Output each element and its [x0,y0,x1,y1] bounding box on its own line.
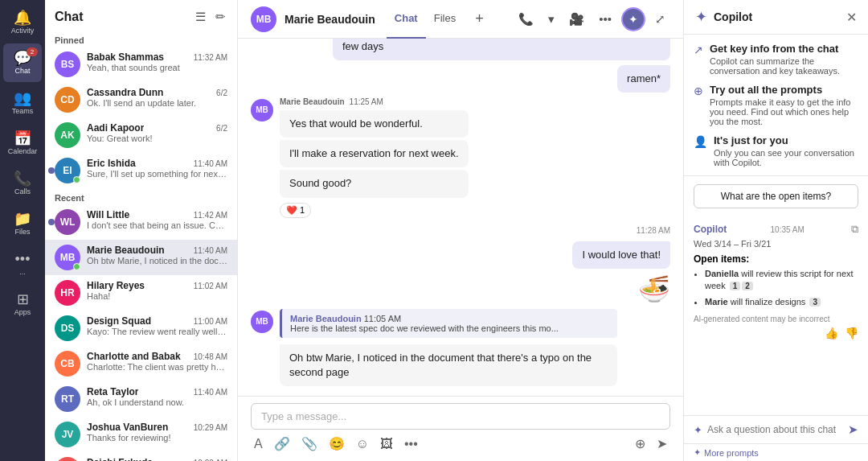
avatar: EI [55,158,80,183]
sticker-button[interactable]: 🖼 [377,435,396,453]
paperclip-button[interactable]: 📎 [298,434,321,453]
copilot-close-button[interactable]: ✕ [846,10,857,25]
copilot-ask-input[interactable] [707,424,843,435]
chat-list-title: Chat [55,10,84,24]
chat-item-name: Marie Beaudouin [87,245,165,256]
chat-list-item[interactable]: DSDesign Squad11:00 AMKayo: The review w… [45,311,237,346]
chat-list-item[interactable]: JVJoshua VanBuren10:29 AMThanks for revi… [45,417,237,452]
activity-label: Activity [11,27,35,35]
thumbs-up-button[interactable]: 👍 [825,327,838,340]
suggestion-text: Get key info from the chat Copilot can s… [710,43,858,76]
more-options-button[interactable]: ••• [594,9,616,29]
message-row: We should go back to that ramne place. I… [251,39,670,60]
chat-item-preview: I don't see that being an issue. Can you… [87,220,227,230]
nav-item-more[interactable]: •••... [3,245,42,283]
chat-list-item[interactable]: CBCharlotte and Babak10:48 AMCharlotte: … [45,346,237,381]
copilot-more-prompts[interactable]: ✦ More prompts [684,443,868,461]
chat-item-preview: Kayo: The review went really well! Can't… [87,327,227,336]
chat-item-time: 6/2 [216,124,227,133]
chat-item-content: Charlotte and Babak10:48 AMCharlotte: Th… [87,351,227,372]
message-row: ramen* [251,65,670,93]
copilot-response: Copilot 10:35 AM ⧉ Wed 3/14 – Fri 3/21 O… [684,216,868,415]
contact-name: Marie Beaudouin [285,13,375,26]
message-avatar: MB [251,311,273,333]
message-bubble: Sound good? [280,170,469,197]
tab-chat[interactable]: Chat [387,0,426,39]
message-timestamp: 11:28 AM [251,226,670,235]
suggestion-desc: Only you can see your conversation with … [714,148,858,167]
chat-item-preview: Yeah, that sounds great [87,63,227,72]
gif-button[interactable]: 😊 [326,434,348,453]
delivery-options-button[interactable]: ⊕ [632,434,649,453]
message-column: Marie Beaudouin11:25 AMYes that would be… [280,97,469,218]
chat-list-item[interactable]: MBMarie Beaudouin11:40 AMOh btw Marie, I… [45,240,237,275]
chat-list-item[interactable]: BSBabak Shammas11:32 AMYeah, that sounds… [45,47,237,82]
copilot-items-list: Daniella will review this script for nex… [694,268,858,308]
attach-button[interactable]: 🔗 [271,434,293,453]
filter-button[interactable]: ☰ [194,8,207,26]
copilot-icon: ✦ [695,8,707,26]
copilot-item: Daniella will review this script for nex… [705,268,858,293]
expand-button[interactable]: ⤢ [650,9,670,30]
chat-item-content: Design Squad11:00 AMKayo: The review wen… [87,315,227,336]
more-tools-button[interactable]: ••• [401,435,421,453]
tab-files[interactable]: Files [426,0,464,39]
copilot-action-button[interactable]: What are the open items? [694,184,858,208]
more-icon: ••• [15,252,31,266]
emoji-button[interactable]: ☺ [353,435,372,453]
pinned-label: Pinned [45,31,237,47]
copy-response-button[interactable]: ⧉ [851,223,858,236]
chat-item-content: Reta Taylor11:40 AMAh, ok I understand n… [87,386,227,407]
avatar: HR [55,280,80,306]
avatar: DF [55,457,80,461]
reaction[interactable]: ❤️ 1 [280,203,311,218]
chat-list-item[interactable]: HRHilary Reyes11:02 AMHaha! [45,275,237,311]
avatar: WL [55,209,80,235]
chat-list-item[interactable]: EIEric Ishida11:40 AMSure, I'll set up s… [45,153,237,188]
message-input[interactable]: Type a message... [251,403,670,430]
format-button[interactable]: A [251,435,266,453]
thumbs-down-button[interactable]: 👎 [845,327,858,340]
chat-item-time: 10:20 AM [194,459,227,462]
chat-item-name: Babak Shammas [87,51,164,63]
nav-item-chat[interactable]: 💬Chat2 [3,43,42,82]
call-options-button[interactable]: ▾ [543,9,559,30]
chat-item-name: Joshua VanBuren [87,422,168,433]
copilot-send-button[interactable]: ➤ [848,422,858,437]
nav-item-calls[interactable]: 📞Calls [3,164,42,203]
chat-list-item[interactable]: AKAadi Kapoor6/2You: Great work! [45,117,237,153]
more-label: ... [19,268,26,276]
message-bubble: I'll make a reservation for next week. [280,140,469,167]
nav-item-apps[interactable]: ⊞Apps [3,285,42,323]
nav-item-calendar[interactable]: 📅Calendar [3,124,42,163]
send-button[interactable]: ➤ [653,434,670,453]
nav-item-activity[interactable]: 🔔Activity [3,3,42,42]
chat-list-item[interactable]: CDCassandra Dunn6/2Ok. I'll send an upda… [45,82,237,117]
audio-call-button[interactable]: 📞 [514,9,538,30]
copilot-panel: ✦ Copilot ✕ ↗ Get key info from the chat… [683,0,868,461]
chat-item-name: Aadi Kapoor [87,122,144,134]
chat-item-content: Babak Shammas11:32 AMYeah, that sounds g… [87,51,227,72]
suggestion-title: It's just for you [714,134,858,146]
chat-main-area: MB Marie Beaudouin ChatFiles + 📞 ▾ 🎥 •••… [238,0,683,461]
chat-item-time: 10:48 AM [194,352,227,361]
more-prompts-label: More prompts [704,448,759,458]
calls-icon: 📞 [14,171,31,186]
video-call-button[interactable]: 🎥 [564,9,589,30]
avatar: DS [55,315,80,341]
chat-list-item[interactable]: RTReta Taylor11:40 AMAh, ok I understand… [45,381,237,417]
copilot-toggle-button[interactable]: ✦ [621,7,645,31]
suggestion-title: Get key info from the chat [710,43,858,55]
new-chat-button[interactable]: ✏ [214,8,227,26]
message-sender-info: Marie Beaudouin11:25 AM [280,97,469,106]
message-avatar: MB [251,99,273,121]
chat-item-time: 11:32 AM [194,53,227,62]
copilot-suggestion: ↗ Get key info from the chat Copilot can… [694,43,858,76]
chat-list-item[interactable]: DFDaichi Fukuda10:20 AMYou: Thank you!! [45,452,237,461]
files-label: Files [14,228,30,236]
nav-item-files[interactable]: 📁Files [3,204,42,243]
nav-item-teams[interactable]: 👥Teams [3,84,42,122]
chat-list-item[interactable]: WLWill Little11:42 AMI don't see that be… [45,204,237,240]
add-tab-button[interactable]: + [472,10,487,27]
copilot-star-icon: ✦ [694,424,702,436]
